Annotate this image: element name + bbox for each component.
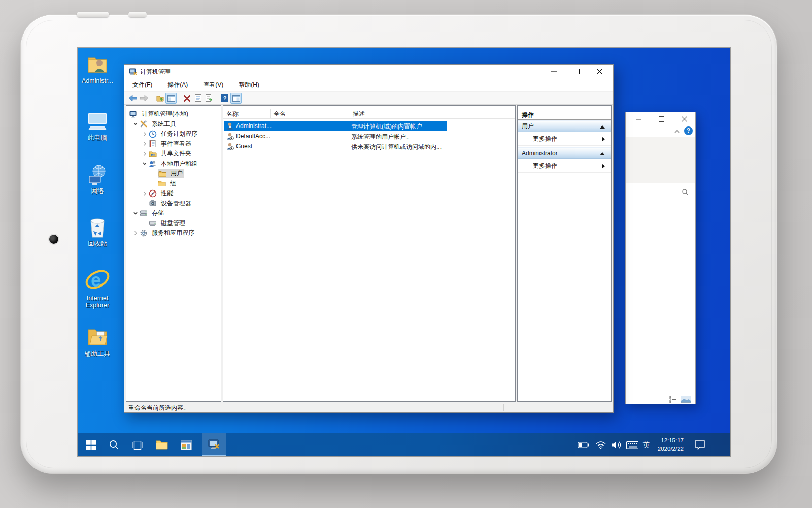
task-view-button[interactable] [131,439,144,451]
more-actions-administrator[interactable]: 更多操作 [518,160,611,173]
minimize-button[interactable] [546,65,562,78]
tools-folder-icon [86,326,109,349]
desktop-icon-recycle-bin[interactable]: 回收站 [81,216,114,247]
tree-item-services-and-applications[interactable]: 服务和应用程序 [126,228,221,238]
column-header-description[interactable]: 描述 [353,110,365,118]
file-explorer-button[interactable] [156,439,168,451]
tree-item-groups[interactable]: 组 [126,179,221,189]
action-center-button[interactable] [694,439,706,451]
battery-icon[interactable] [577,439,589,451]
up-folder-icon [156,94,164,102]
tree-item-shared-folders[interactable]: 共享文件夹 [126,149,221,159]
tree-item-disk-management[interactable]: 磁盘管理 [126,218,221,229]
collapse-icon[interactable] [600,125,605,129]
taskbar-clock[interactable]: 12:15:17 2020/2/22 [648,436,684,453]
help-button[interactable]: ? [684,126,693,135]
desktop-icon-administrator[interactable]: Administr... [81,53,114,84]
tree-item-event-viewer[interactable]: 事件查看器 [126,139,221,149]
user-row-administrator[interactable]: Administrat... 管理计算机(域)的内置帐户 [224,121,447,131]
menu-action[interactable]: 操作(A) [165,79,190,91]
up-folder-button[interactable] [154,93,165,104]
file-explorer-icon [156,440,168,450]
desktop-icon-internet-explorer[interactable]: e Internet Explorer [81,267,114,309]
cm-toolbar: ? [124,92,613,105]
wifi-icon[interactable] [595,439,607,451]
maximize-button[interactable] [657,114,666,123]
start-button[interactable] [85,439,97,451]
explorer-ribbon-area [626,137,695,183]
forward-arrow-icon [140,95,148,101]
user-row-guest[interactable]: Guest 供来宾访问计算机或访问域的内... [224,141,447,151]
more-actions-users[interactable]: 更多操作 [518,133,611,146]
tree-item-computer-management[interactable]: 计算机管理(本地) [126,109,221,119]
tools-icon [140,120,148,128]
export-list-icon [206,94,213,102]
action-pane-icon [232,95,240,102]
properties-button[interactable] [192,93,204,104]
menu-view[interactable]: 查看(V) [201,79,225,91]
back-button[interactable] [127,93,139,104]
chevron-expanded-icon[interactable] [141,160,149,168]
desktop-icon-label: 网络 [81,187,114,195]
tree-item-users[interactable]: 用户 [126,169,221,179]
tree-item-performance[interactable]: 性能 [126,188,221,199]
touch-keyboard-icon[interactable] [626,439,638,451]
collapse-icon[interactable] [600,152,605,155]
divider [626,203,695,203]
menu-file[interactable]: 文件(F) [130,79,154,91]
chevron-collapsed-icon[interactable] [131,229,140,237]
actions-group-users[interactable]: 用户 [518,120,611,132]
user-row-defaultaccount[interactable]: DefaultAcc... 系统管理的用户帐户。 [224,131,447,141]
services-gear-icon [140,229,148,237]
actions-group-administrator[interactable]: Administrator [518,147,611,159]
desktop-icon-accessibility-tools[interactable]: 辅助工具 [81,326,114,357]
chevron-expanded-icon[interactable] [131,209,140,217]
column-header-fullname[interactable]: 全名 [274,110,286,118]
close-button[interactable] [680,114,689,123]
details-view-icon[interactable] [669,396,677,403]
computer-management-window: 计算机管理 文件(F) 操作(A) 查看(V) 帮助(H) [124,64,614,413]
chevron-collapsed-icon[interactable] [141,140,149,148]
chevron-collapsed-icon[interactable] [141,150,149,158]
console-tree-icon [167,95,175,102]
search-icon [109,440,119,450]
maximize-button[interactable] [568,65,585,78]
console-tree-pane: 计算机管理(本地) 系统工具 [126,105,221,402]
app-window-button[interactable] [180,439,192,451]
user-folder-icon [86,53,109,76]
computer-management-taskbar-button[interactable] [202,433,226,456]
volume-icon[interactable] [610,439,622,451]
power-button[interactable] [128,12,147,17]
delete-button[interactable] [181,93,192,104]
thumbnail-view-icon[interactable] [681,396,691,403]
clock-date: 2020/2/22 [648,444,684,453]
column-header-name[interactable]: 名称 [226,110,239,118]
volume-rocker-button[interactable] [77,12,109,17]
explorer-search-box[interactable] [627,186,694,198]
tree-item-task-scheduler[interactable]: 任务计划程序 [126,129,221,139]
close-button[interactable] [591,65,607,78]
desktop-icon-label: 回收站 [81,240,114,247]
menu-help[interactable]: 帮助(H) [236,79,261,91]
forward-button[interactable] [139,93,150,104]
chevron-collapsed-icon[interactable] [141,130,149,138]
tree-item-local-users-and-groups[interactable]: 本地用户和组 [126,159,221,169]
chevron-collapsed-icon[interactable] [141,189,149,198]
chevron-expanded-icon[interactable] [131,120,140,128]
tree-item-storage[interactable]: 存储 [126,208,221,218]
action-pane-toggle-button[interactable] [230,93,242,104]
desktop-icon-network[interactable]: 网络 [81,163,114,195]
tree-item-device-manager[interactable]: 设备管理器 [126,199,221,209]
minimize-icon [551,69,557,74]
help-button[interactable]: ? [219,93,230,104]
tree-item-system-tools[interactable]: 系统工具 [126,119,221,130]
desktop-icon-this-pc[interactable]: 此电脑 [81,110,114,141]
minimize-button[interactable] [634,114,643,123]
console-tree-toggle-button[interactable] [165,93,177,104]
export-list-button[interactable] [204,93,215,104]
computer-icon [129,110,138,118]
minimize-ribbon-button[interactable] [674,128,680,137]
properties-icon [195,94,201,102]
user-account-icon [226,122,234,130]
taskbar-search-button[interactable] [108,439,120,451]
